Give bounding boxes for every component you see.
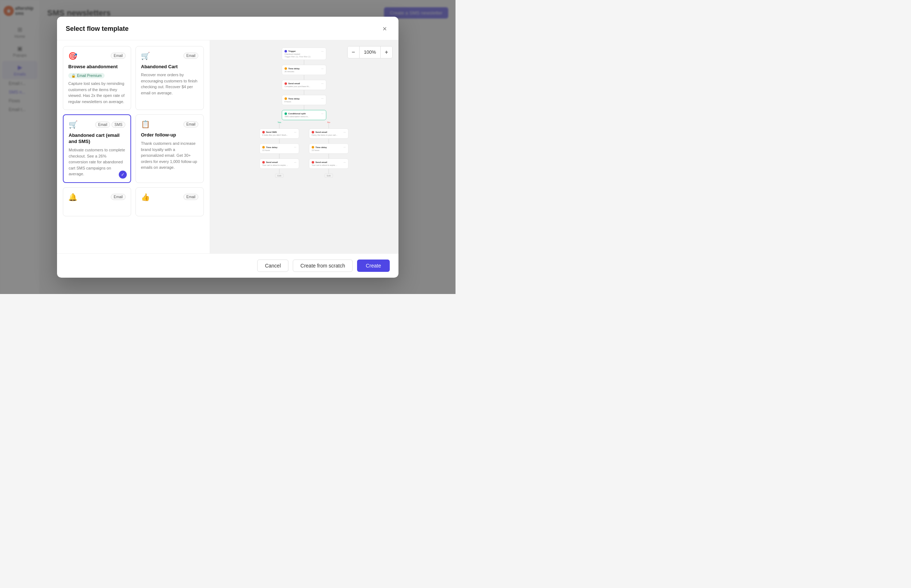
tag-sms: SMS [112,121,125,128]
yes-connector-2 [279,138,279,143]
zoom-in-button[interactable]: + [381,47,392,58]
email1-title: Send email [288,82,300,84]
connector-2 [304,75,304,80]
flow-template-modal: Select flow template × 🎯 Email Browse ab… [57,17,399,278]
modal-footer: Cancel Create from scratch Create [57,254,399,278]
close-button[interactable]: × [379,24,390,34]
sms-title: Send SMS [266,131,277,133]
template-card-abandoned-cart[interactable]: 🛒 Email Abandoned Cart Recover more orde… [136,46,204,110]
card-tags: Email [111,194,126,200]
email4-sub: Your cart is about to expire ... [312,164,346,166]
split-title: Conditional split [288,112,305,115]
preview-panel: − 100% + Trigger [209,40,399,254]
partial-2-icon: 👍 [141,193,150,202]
no-connector-2 [328,138,329,143]
card-tags: Email [183,53,198,59]
yes-branch: Yes Send SMS ··· [260,120,299,177]
trigger-more[interactable]: ··· [321,50,323,53]
email3-dot [262,161,265,163]
delay4-sub: 23 hours [312,149,346,151]
tag-email: Email [111,53,126,59]
no-edit-btn[interactable]: Edit [325,173,333,178]
create-from-scratch-button[interactable]: Create from scratch [293,260,353,272]
email3-more[interactable]: ··· [294,161,297,164]
connector-3 [304,90,304,95]
template-card-order-followup[interactable]: 📋 Email Order follow-up Thank customers … [136,114,204,183]
create-button[interactable]: Create [357,260,390,272]
tag-email: Email [183,53,198,59]
flow-diagram: Trigger ··· Checkout created Trigger fil… [209,40,399,254]
send-email-2-node: Send email ··· Hurry, the items in your … [309,129,349,139]
delay4-title: Time delay [315,146,327,149]
card-top: 🛒 Email SMS [69,120,125,129]
trigger-title: Trigger [288,50,296,52]
abandoned-cart-icon: 🛒 [141,52,150,60]
card-tags: Email [183,194,198,200]
modal-body: 🎯 Email Browse abandonment 🔒 Email Premi… [57,40,399,254]
yes-edit-btn[interactable]: Edit [276,173,284,178]
template-card-abandoned-cart-sms[interactable]: 🛒 Email SMS Abandoned cart (email and SM… [63,114,131,183]
card-description: Thank customers and increase brand loyal… [141,141,198,171]
card-tags: Email [183,121,198,128]
sms-more[interactable]: ··· [294,131,297,134]
delay3-more[interactable]: ··· [294,145,297,149]
abandoned-cart-sms-icon: 🛒 [69,120,78,129]
delay3-dot [262,146,265,149]
delay2-sub: 8 hours [284,100,323,103]
tag-email: Email [183,194,198,200]
browse-abandon-icon: 🎯 [68,52,77,60]
trigger-node: Trigger ··· Checkout created Trigger fil… [282,48,326,60]
split-sub: SMS subscription status is... [284,115,323,118]
trigger-filter: Trigger filter (1), Flow filter (1) [284,55,323,57]
card-description: Recover more orders by encouraging custo… [141,72,198,96]
email4-dot [312,161,314,163]
email2-more[interactable]: ··· [344,131,346,134]
template-card-browse-abandon[interactable]: 🎯 Email Browse abandonment 🔒 Email Premi… [63,46,131,110]
send-email-3-node: Send email ··· Your cart is about to exp… [260,158,299,169]
connector-1 [304,60,304,65]
delay1-sub: 20 minutes [284,70,323,73]
template-list: 🎯 Email Browse abandonment 🔒 Email Premi… [57,40,209,254]
delay2-more[interactable]: ··· [321,97,323,100]
card-tags: Email [111,53,126,59]
email1-more[interactable]: ··· [321,82,323,85]
conditional-split-node: Conditional split ··· SMS subscription s… [282,110,326,120]
delay1-dot [284,67,287,70]
split-dot [284,112,287,115]
partial-1-icon: 🔔 [68,193,77,202]
tag-email: Email [111,194,126,200]
send-email-1-node: Send email ··· Complete your purchase th… [282,80,326,90]
template-card-partial-2[interactable]: 👍 Email [136,187,204,216]
yes-connector [279,123,279,129]
branch-container: Yes Send SMS ··· [260,120,349,177]
card-top: 🎯 Email [68,52,126,60]
split-more[interactable]: ··· [321,112,323,115]
connector-4 [304,105,304,110]
modal-overlay: Select flow template × 🎯 Email Browse ab… [0,0,456,294]
zoom-controls: − 100% + [347,46,393,58]
delay1-more[interactable]: ··· [321,67,323,70]
yes-connector-3 [279,153,279,158]
tag-email: Email [95,121,110,128]
delay1-title: Time delay [288,67,300,70]
delay3-sub: 23 hours [262,149,297,151]
modal-header: Select flow template × [57,17,399,40]
delay4-more[interactable]: ··· [344,145,346,149]
no-connector [328,123,329,129]
time-delay-2-node: Time delay ··· 8 hours [282,95,326,105]
cancel-button[interactable]: Cancel [257,260,289,272]
selected-check-badge: ✓ [119,171,127,179]
zoom-out-button[interactable]: − [348,47,359,58]
no-connector-3 [328,153,329,158]
card-top: 👍 Email [141,193,198,202]
zoom-value: 100% [359,47,381,58]
send-email-4-node: Send email ··· Your cart is about to exp… [309,158,349,169]
email4-more[interactable]: ··· [344,161,346,164]
card-top: 🛒 Email [141,52,198,60]
sms-sub: It looks like you didn't finish... [262,134,297,136]
email1-sub: Complete your purchase thi... [284,85,323,87]
template-card-partial-1[interactable]: 🔔 Email [63,187,131,216]
order-followup-icon: 📋 [141,120,150,129]
email2-title: Send email [315,131,327,133]
card-name: Abandoned cart (email and SMS) [69,132,125,145]
